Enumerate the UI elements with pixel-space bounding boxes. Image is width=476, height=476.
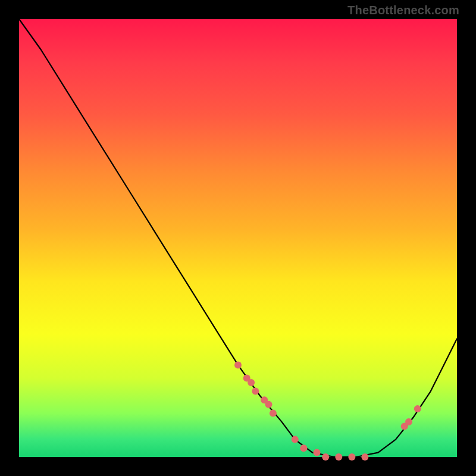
highlight-markers bbox=[234, 361, 421, 461]
marker-point bbox=[335, 453, 342, 461]
marker-point bbox=[361, 453, 368, 461]
marker-point bbox=[414, 405, 421, 412]
watermark-text: TheBottleneck.com bbox=[347, 4, 459, 17]
bottleneck-curve bbox=[19, 19, 457, 457]
marker-point bbox=[300, 444, 307, 452]
marker-point bbox=[252, 388, 259, 395]
marker-point bbox=[314, 449, 321, 456]
marker-point bbox=[292, 436, 299, 443]
marker-point bbox=[265, 401, 273, 408]
marker-point bbox=[248, 379, 255, 386]
marker-point bbox=[348, 453, 355, 461]
marker-point bbox=[405, 418, 412, 425]
marker-point bbox=[270, 409, 277, 416]
chart-container: TheBottleneck.com bbox=[0, 0, 476, 476]
marker-point bbox=[322, 453, 329, 461]
chart-overlay bbox=[19, 19, 457, 457]
marker-point bbox=[234, 361, 242, 368]
